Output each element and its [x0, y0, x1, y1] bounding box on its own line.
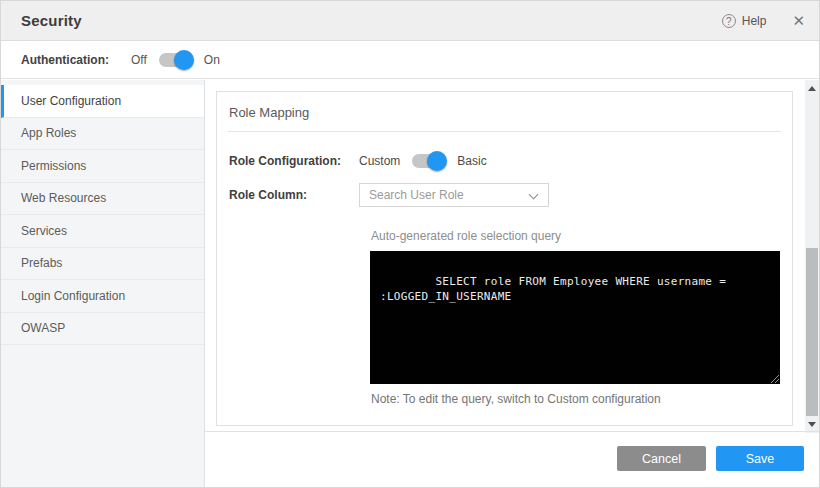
- toggle-knob: [174, 50, 194, 70]
- authentication-label: Authentication:: [21, 53, 109, 67]
- sidebar-item-owasp[interactable]: OWASP: [1, 313, 204, 346]
- title-divider: [228, 131, 781, 132]
- query-note: Note: To edit the query, switch to Custo…: [371, 392, 792, 406]
- settings-sidebar: User Configuration App Roles Permissions…: [1, 80, 205, 488]
- save-button[interactable]: Save: [716, 446, 804, 471]
- authentication-bar: Authentication: Off On: [1, 41, 820, 79]
- scrollbar-thumb[interactable]: [806, 248, 818, 416]
- scroll-down-arrow-icon[interactable]: [805, 418, 819, 431]
- vertical-scrollbar: [805, 80, 819, 433]
- sidebar-item-services[interactable]: Services: [1, 215, 204, 248]
- role-column-label: Role Column:: [217, 188, 359, 202]
- resize-handle-icon[interactable]: [769, 373, 779, 383]
- role-mapping-title: Role Mapping: [217, 92, 792, 131]
- page-title: Security: [21, 12, 82, 29]
- sidebar-item-app-roles[interactable]: App Roles: [1, 118, 204, 151]
- authentication-on-label: On: [204, 53, 220, 67]
- chevron-down-icon: [529, 190, 539, 200]
- toggle-knob: [427, 151, 447, 171]
- role-configuration-toggle[interactable]: [412, 153, 445, 169]
- footer-divider: [205, 431, 820, 432]
- query-section-label: Auto-generated role selection query: [371, 229, 792, 243]
- scroll-up-arrow-icon[interactable]: [805, 82, 819, 95]
- dialog-header: Security ? Help ✕: [1, 1, 820, 41]
- custom-option-label: Custom: [359, 154, 400, 168]
- role-column-select[interactable]: Search User Role: [359, 183, 549, 207]
- cancel-button[interactable]: Cancel: [617, 446, 706, 471]
- sidebar-item-web-resources[interactable]: Web Resources: [1, 183, 204, 216]
- close-icon[interactable]: ✕: [788, 10, 809, 32]
- main-content: Role Mapping Role Configuration: Custom …: [205, 80, 820, 488]
- sidebar-item-permissions[interactable]: Permissions: [1, 150, 204, 183]
- authentication-toggle[interactable]: [159, 52, 192, 68]
- role-configuration-label: Role Configuration:: [217, 154, 359, 168]
- help-button[interactable]: ? Help: [722, 14, 767, 28]
- role-mapping-card: Role Mapping Role Configuration: Custom …: [216, 91, 793, 426]
- role-query-text: SELECT role FROM Employee WHERE username…: [380, 275, 733, 303]
- sidebar-item-user-configuration[interactable]: User Configuration: [1, 85, 204, 118]
- role-query-textarea[interactable]: SELECT role FROM Employee WHERE username…: [370, 251, 780, 384]
- role-column-row: Role Column: Search User Role: [217, 183, 792, 207]
- sidebar-item-prefabs[interactable]: Prefabs: [1, 248, 204, 281]
- sidebar-item-login-configuration[interactable]: Login Configuration: [1, 280, 204, 313]
- basic-option-label: Basic: [457, 154, 486, 168]
- security-dialog: Security ? Help ✕ Authentication: Off On…: [0, 0, 820, 488]
- help-label: Help: [742, 14, 767, 28]
- role-configuration-row: Role Configuration: Custom Basic: [217, 153, 792, 169]
- authentication-off-label: Off: [131, 53, 147, 67]
- role-column-placeholder: Search User Role: [369, 188, 464, 202]
- help-icon: ?: [722, 14, 736, 28]
